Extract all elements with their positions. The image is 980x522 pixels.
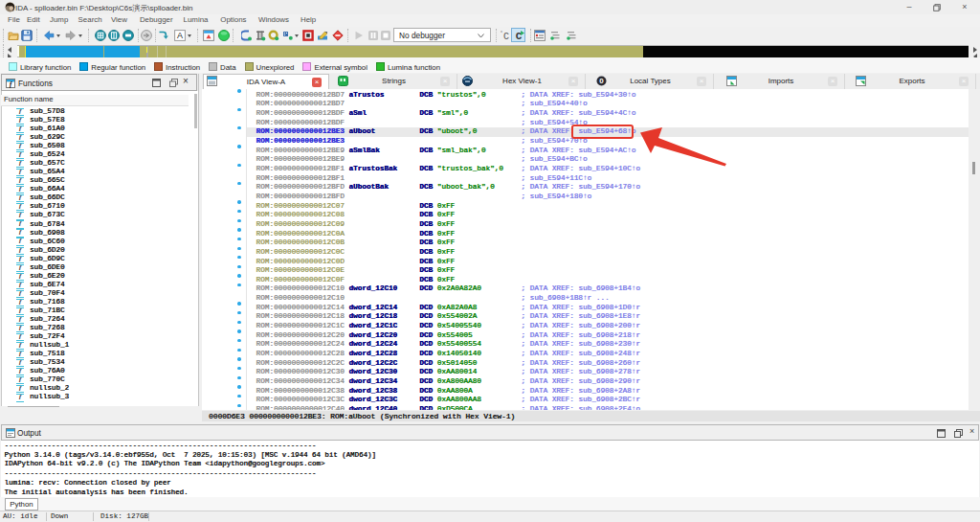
svg-text:0: 0 (599, 77, 604, 85)
svg-text:°: ° (501, 30, 502, 35)
svg-text:A: A (177, 31, 183, 40)
svg-text:C: C (503, 32, 509, 41)
